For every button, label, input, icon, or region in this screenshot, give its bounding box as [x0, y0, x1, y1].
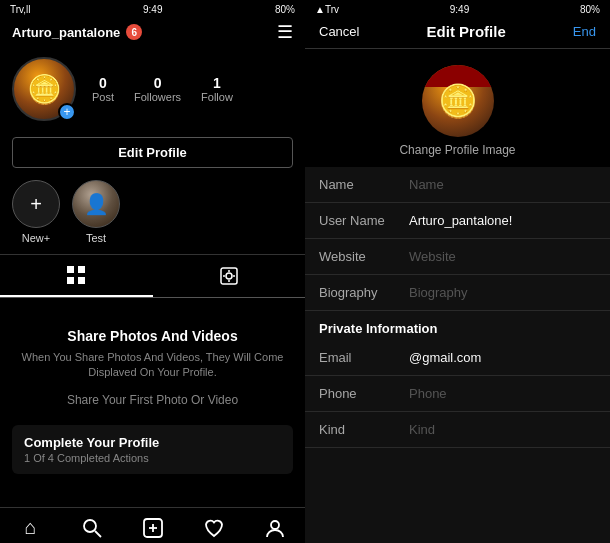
biography-label: Biography	[319, 285, 409, 300]
svg-rect-3	[78, 277, 85, 284]
end-button[interactable]: End	[573, 24, 596, 39]
email-label: Email	[319, 350, 409, 365]
website-label: Website	[319, 249, 409, 264]
cancel-button[interactable]: Cancel	[319, 24, 359, 39]
nav-add[interactable]	[122, 516, 183, 539]
story-new[interactable]: + New+	[12, 180, 60, 244]
kind-input[interactable]: Kind	[409, 422, 596, 437]
profile-image-section[interactable]: 🪙 Change Profile Image	[305, 49, 610, 167]
svg-point-10	[84, 520, 96, 532]
stories-row: + New+ 👤 Test	[0, 176, 305, 254]
story-new-label: New+	[22, 232, 50, 244]
profile-icon	[264, 517, 286, 539]
story-test[interactable]: 👤 Test	[72, 180, 120, 244]
time-left: 9:49	[143, 4, 162, 15]
story-test-circle: 👤	[72, 180, 120, 228]
username-text: Arturo_pantalone	[12, 25, 120, 40]
battery-left: 80%	[275, 4, 295, 15]
grid-icon	[66, 265, 86, 285]
form-row-website[interactable]: Website Website	[305, 239, 610, 275]
post-label: Post	[92, 91, 114, 103]
status-bar-left: Trv,ll 9:49 80%	[0, 0, 305, 17]
left-panel: Trv,ll 9:49 80% Arturo_pantalone 6 ☰ 🪙 +…	[0, 0, 305, 543]
edit-profile-button[interactable]: Edit Profile	[12, 137, 293, 168]
status-bar-right: ▲Trv 9:49 80%	[305, 0, 610, 17]
phone-label: Phone	[319, 386, 409, 401]
empty-subtitle: When You Share Photos And Videos, They W…	[20, 350, 285, 381]
battery-right: 80%	[580, 4, 600, 15]
nav-profile[interactable]	[244, 516, 305, 539]
name-label: Name	[319, 177, 409, 192]
stat-followers: 0 Followers	[134, 75, 181, 103]
share-link[interactable]: Share Your First Photo Or Video	[20, 393, 285, 407]
website-input[interactable]: Website	[409, 249, 596, 264]
nav-home[interactable]: ⌂	[0, 516, 61, 539]
kind-label: Kind	[319, 422, 409, 437]
tab-tagged[interactable]	[153, 255, 306, 297]
form-section: Name Name User Name Arturo_pantalone! We…	[305, 167, 610, 543]
time-right: 9:49	[450, 4, 469, 15]
svg-rect-1	[78, 266, 85, 273]
edit-profile-title: Edit Profile	[427, 23, 506, 40]
svg-rect-0	[67, 266, 74, 273]
story-test-label: Test	[86, 232, 106, 244]
svg-rect-2	[67, 277, 74, 284]
change-photo-text[interactable]: Change Profile Image	[399, 143, 515, 157]
profile-section: 🪙 + 0 Post 0 Followers 1 Follow	[0, 49, 305, 131]
username-area: Arturo_pantalone 6	[12, 24, 142, 40]
username-label: User Name	[319, 213, 409, 228]
phone-input[interactable]: Phone	[409, 386, 596, 401]
private-section-header: Private Information	[305, 311, 610, 340]
form-row-name[interactable]: Name Name	[305, 167, 610, 203]
bottom-nav: ⌂	[0, 507, 305, 543]
follow-count: 1	[213, 75, 221, 91]
search-icon	[81, 517, 103, 539]
followers-count: 0	[154, 75, 162, 91]
stat-follow: 1 Follow	[201, 75, 233, 103]
svg-point-15	[271, 521, 279, 529]
email-input[interactable]: @gmail.com	[409, 350, 596, 365]
stats-row: 0 Post 0 Followers 1 Follow	[92, 75, 233, 103]
complete-profile-section[interactable]: Complete Your Profile 1 Of 4 Completed A…	[12, 425, 293, 474]
stat-post: 0 Post	[92, 75, 114, 103]
form-row-email[interactable]: Email @gmail.com	[305, 340, 610, 376]
form-row-phone[interactable]: Phone Phone	[305, 376, 610, 412]
hamburger-icon[interactable]: ☰	[277, 21, 293, 43]
complete-subtitle: 1 Of 4 Completed Actions	[24, 452, 281, 464]
follow-label: Follow	[201, 91, 233, 103]
post-count: 0	[99, 75, 107, 91]
svg-point-5	[226, 273, 232, 279]
empty-state: Share Photos And Videos When You Share P…	[0, 298, 305, 417]
tabs-row	[0, 254, 305, 298]
right-avatar: 🪙	[422, 65, 494, 137]
add-icon	[142, 517, 164, 539]
tag-icon	[219, 266, 239, 286]
story-new-circle: +	[12, 180, 60, 228]
right-panel: ▲Trv 9:49 80% Cancel Edit Profile End 🪙 …	[305, 0, 610, 543]
name-input[interactable]: Name	[409, 177, 596, 192]
nav-search[interactable]	[61, 516, 122, 539]
form-row-username[interactable]: User Name Arturo_pantalone!	[305, 203, 610, 239]
username-input[interactable]: Arturo_pantalone!	[409, 213, 596, 228]
avatar-add-button[interactable]: +	[58, 103, 76, 121]
edit-profile-top-bar: Cancel Edit Profile End	[305, 17, 610, 49]
svg-line-11	[95, 531, 101, 537]
notification-badge[interactable]: 6	[126, 24, 142, 40]
nav-likes[interactable]	[183, 516, 244, 539]
biography-input[interactable]: Biography	[409, 285, 596, 300]
top-bar-left: Arturo_pantalone 6 ☰	[0, 17, 305, 49]
empty-title: Share Photos And Videos	[20, 328, 285, 344]
tab-grid[interactable]	[0, 255, 153, 297]
complete-title: Complete Your Profile	[24, 435, 281, 450]
signal-right: ▲Trv	[315, 4, 339, 15]
form-row-biography[interactable]: Biography Biography	[305, 275, 610, 311]
followers-label: Followers	[134, 91, 181, 103]
form-row-kind[interactable]: Kind Kind	[305, 412, 610, 448]
carrier-left: Trv,ll	[10, 4, 31, 15]
heart-icon	[203, 517, 225, 539]
avatar-container[interactable]: 🪙 +	[12, 57, 76, 121]
